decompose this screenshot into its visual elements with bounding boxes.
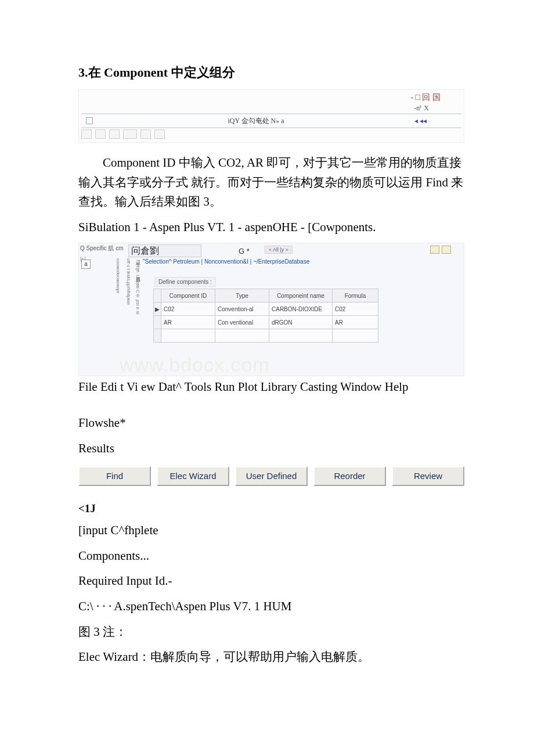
table-row[interactable] xyxy=(154,329,378,343)
buttons-row: Find Elec Wizard User Defined Reorder Re… xyxy=(78,466,464,486)
flowshe-label: Flowshe* xyxy=(78,413,464,433)
nav-arrows: ◂ ◂◂ xyxy=(414,117,427,125)
vertical-text-2: off o t lkskLppIMMpker xyxy=(125,258,131,357)
col-formula: Formula xyxy=(333,289,378,303)
col-component-id: Component ID xyxy=(161,289,215,303)
toolbar-row-2 xyxy=(81,128,165,140)
cell-component-name[interactable] xyxy=(269,329,333,343)
toolbar-icon xyxy=(81,129,92,139)
cell-type[interactable] xyxy=(215,329,269,343)
tabs-row: "Selection^ Petroleum | Nonconvention&I … xyxy=(143,258,309,265)
components-dots: Components... xyxy=(78,546,464,566)
sim-title: SiBulation 1 - Aspen Plus VT. 1 - aspenO… xyxy=(78,218,464,237)
reorder-button[interactable]: Reorder xyxy=(313,466,386,486)
corner-icons xyxy=(430,246,451,254)
required-input: Required Input Id.- xyxy=(78,571,464,591)
a-box: a xyxy=(81,260,91,269)
toolbar-center-text: iQY 金勾奄处 N» a xyxy=(228,116,284,126)
table-header-row: Component ID Type Componeint name Formul… xyxy=(154,289,378,303)
review-button[interactable]: Review xyxy=(392,466,464,486)
results-label: Results xyxy=(78,439,464,459)
elec-wizard-button[interactable]: Elec Wizard xyxy=(157,466,229,486)
body-text: Component ID 中输入 CO2, AR 即可，对于其它一些常用的物质直… xyxy=(78,153,464,237)
close-label: -nᵗ X xyxy=(414,104,429,113)
cell-component-name[interactable]: CARBON-DIOXIDE xyxy=(269,303,333,316)
cell-formula[interactable]: AR xyxy=(333,316,378,329)
cell-component-id[interactable] xyxy=(161,329,215,343)
body-text: File Edi t Vi ew Dat^ Tools Run Plot Lib… xyxy=(78,377,464,458)
document-page: 3.在 Component 中定义组分 - □ 回 国 -nᵗ X iQY 金勾… xyxy=(0,0,534,708)
row-selector[interactable]: ▶ xyxy=(154,303,161,316)
toolbar-icon xyxy=(140,129,151,139)
cell-component-id[interactable]: AR xyxy=(161,316,215,329)
lt1j-heading: <1J xyxy=(78,502,464,515)
toolbar-row-1: iQY 金勾奄处 N» a ◂ ◂◂ xyxy=(81,113,461,128)
components-table: Component ID Type Componeint name Formul… xyxy=(153,289,378,343)
g-star: G * xyxy=(239,247,250,255)
cell-formula[interactable]: C02 xyxy=(333,303,378,316)
cell-type[interactable]: Con ventional xyxy=(215,316,269,329)
figure-1: - □ 回 国 -nᵗ X iQY 金勾奄处 N» a ◂ ◂◂ xyxy=(78,89,464,143)
table-row[interactable]: ▶ C02 Convention-al CARBON-DIOXIDE C02 xyxy=(154,303,378,316)
toolbar-icon xyxy=(123,129,137,139)
define-components-label: Define components : xyxy=(154,277,216,287)
cell-formula[interactable] xyxy=(333,329,378,343)
toolbar-icon xyxy=(109,129,120,139)
watermark: www.bdocx.com xyxy=(120,354,270,376)
specific-label: Q Specific 肌 cm xyxy=(80,245,123,251)
table-row[interactable]: AR Con ventional dRGON AR xyxy=(154,316,378,329)
tab-selection[interactable]: "Selection^ Petroleum | Nonconvention&I … xyxy=(143,258,309,265)
figure-2: Q Specific 肌 cm |±| a cooaodooaoaopr off… xyxy=(78,243,464,376)
paragraph: Component ID 中输入 CO2, AR 即可，对于其它一些常用的物质直… xyxy=(78,153,464,212)
vertical-text-3: 「平平 TLTljf! 風罰 iJBbtlti C® psi e st xyxy=(135,258,140,369)
row-selector[interactable] xyxy=(154,316,161,329)
checkbox-icon xyxy=(86,117,93,124)
menu-line: File Edi t Vi ew Dat^ Tools Run Plot Lib… xyxy=(78,377,464,397)
body-text: [input C^fhplete Components... Required … xyxy=(78,521,464,667)
col-component-name: Componeint name xyxy=(269,289,333,303)
toolbar-icon xyxy=(95,129,106,139)
cell-type[interactable]: Convention-al xyxy=(215,303,269,316)
find-button[interactable]: Find xyxy=(78,466,151,486)
row-selector-header xyxy=(154,289,161,303)
title-box: 问倉劉 xyxy=(128,244,201,257)
figure-3-note: 图 3 注： xyxy=(78,622,464,642)
input-complete-line: [input C^fhplete xyxy=(78,521,464,541)
elec-wizard-desc: Elec Wizard：电解质向导，可以帮助用户输入电解质。 xyxy=(78,647,464,667)
vertical-text-1: cooaodooaoaopr xyxy=(115,258,121,357)
cell-component-name[interactable]: dRGON xyxy=(269,316,333,329)
col-type: Type xyxy=(215,289,269,303)
cell-component-id[interactable]: C02 xyxy=(161,303,215,316)
toolbar-icon xyxy=(154,129,165,139)
path-line: C:\ · · · A.spenTech\Aspen Plus V7. 1 HU… xyxy=(78,597,464,617)
ally-dropdown[interactable]: « All |y » xyxy=(265,246,293,254)
window-controls: - □ 回 国 xyxy=(410,92,441,103)
section-heading: 3.在 Component 中定义组分 xyxy=(78,64,464,81)
user-defined-button[interactable]: User Defined xyxy=(235,466,308,486)
row-selector[interactable] xyxy=(154,329,161,343)
